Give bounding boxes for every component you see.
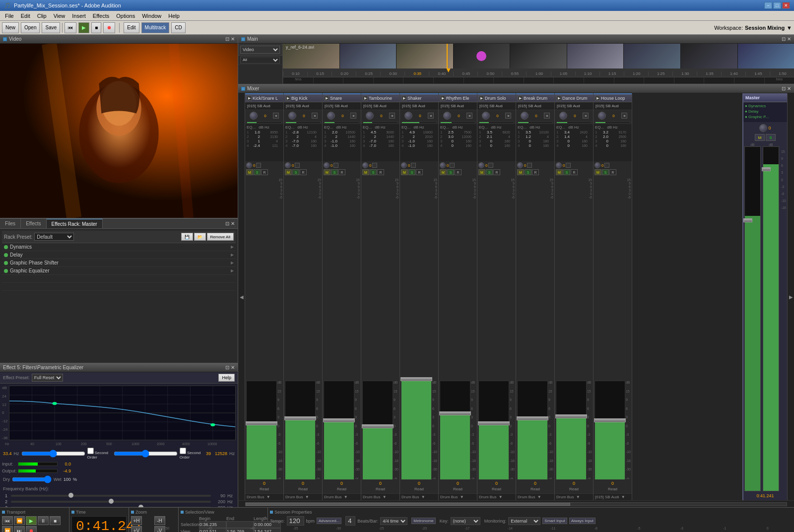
rack-preset-select[interactable]: Default xyxy=(34,233,74,241)
ch-m-btn-1[interactable]: M xyxy=(285,169,292,175)
ch-mute-7[interactable] xyxy=(527,163,532,168)
smart-input-btn[interactable]: Smart Input xyxy=(542,518,567,524)
master-fader-r-knob[interactable] xyxy=(762,167,771,171)
ch-fader-knob-6[interactable] xyxy=(478,421,510,425)
ch-collapse-0[interactable]: ▶ xyxy=(247,96,252,101)
track-filter-select[interactable]: All xyxy=(240,57,280,64)
ch-mute-8[interactable] xyxy=(566,163,571,168)
rack-item-graphic-phase[interactable]: Graphic Phase Shifter ▶ xyxy=(2,259,236,267)
ch-m-btn-3[interactable]: M xyxy=(362,169,369,175)
ch-r-btn-0[interactable]: R xyxy=(261,169,268,175)
ch-mute-1[interactable] xyxy=(295,163,300,168)
rack-item-graphic-eq[interactable]: Graphic Equalizer ▶ xyxy=(2,267,236,275)
advanced-btn[interactable]: Advanced... xyxy=(317,518,341,524)
ch-m-btn-5[interactable]: M xyxy=(440,169,447,175)
ch-s-btn-7[interactable]: S xyxy=(525,169,531,175)
ch-send-knob-3[interactable] xyxy=(362,162,368,168)
ch-send-knob-6[interactable] xyxy=(478,162,484,168)
close-button[interactable]: ✕ xyxy=(782,2,790,9)
multitrack-button[interactable]: Multitrack xyxy=(141,22,170,33)
mixer-scroll-right[interactable]: ▶ xyxy=(787,93,794,500)
ch-eq-toggle-8[interactable]: ≡ xyxy=(583,113,589,119)
ch-send-knob-2[interactable] xyxy=(324,162,330,168)
minimize-button[interactable]: − xyxy=(764,2,772,9)
t-record-btn[interactable]: ⏺ xyxy=(26,526,37,532)
band1-thumb[interactable] xyxy=(68,493,73,498)
zoom-in-h[interactable]: +H xyxy=(131,516,142,525)
video-panel-controls[interactable]: ⊡ ✕ xyxy=(225,36,235,42)
mixer-scroll-track[interactable] xyxy=(245,502,787,506)
ch-collapse-4[interactable]: ▶ xyxy=(401,96,406,101)
beats-input[interactable] xyxy=(345,516,355,526)
mixer-controls[interactable]: ⊡ ✕ xyxy=(782,86,791,91)
ch-knob-3[interactable] xyxy=(366,112,374,120)
ch-fader-track-8[interactable] xyxy=(556,381,587,480)
t-stop-btn[interactable]: ■ xyxy=(50,516,61,525)
ch-collapse-3[interactable]: ▶ xyxy=(363,96,368,101)
track-type-select[interactable]: Video xyxy=(240,46,280,54)
ch-mute-4[interactable] xyxy=(411,163,416,168)
ch-m-btn-8[interactable]: M xyxy=(556,169,563,175)
ch-s-btn-2[interactable]: S xyxy=(331,169,338,175)
t-forward-btn[interactable]: ⏩ xyxy=(2,526,13,532)
ch-send-knob-8[interactable] xyxy=(556,162,562,168)
ch-fader-track-0[interactable] xyxy=(246,381,277,480)
ch-s-btn-8[interactable]: S xyxy=(563,169,570,175)
ch-mute-9[interactable] xyxy=(604,163,609,168)
ch-collapse-9[interactable]: ▶ xyxy=(595,96,600,101)
ch-fader-knob-7[interactable] xyxy=(517,416,548,420)
ch-fader-track-7[interactable] xyxy=(517,381,548,480)
ch-knob-5[interactable] xyxy=(443,112,451,120)
ch-knob-9[interactable] xyxy=(598,112,606,120)
ch-eq-toggle-9[interactable]: ≡ xyxy=(621,113,627,119)
ch-fader-track-2[interactable] xyxy=(324,381,354,480)
master-graphic-p[interactable]: ● Graphic P... xyxy=(744,114,786,120)
ch-knob-7[interactable] xyxy=(521,112,529,120)
tab-files[interactable]: Files xyxy=(0,219,21,228)
rack-item-delay[interactable]: Delay ▶ xyxy=(2,251,236,259)
ch-fader-track-1[interactable] xyxy=(285,381,316,480)
ch-knob-1[interactable] xyxy=(288,112,296,120)
ch-fader-track-5[interactable] xyxy=(440,381,470,480)
ch-collapse-1[interactable]: ▶ xyxy=(285,96,290,101)
ch-send-knob-0[interactable] xyxy=(246,162,252,168)
new-button[interactable]: New xyxy=(2,22,19,33)
ch-s-btn-3[interactable]: S xyxy=(370,169,377,175)
ch-m-btn-4[interactable]: M xyxy=(401,169,408,175)
ch-r-btn-4[interactable]: R xyxy=(416,169,423,175)
master-fader-r-track[interactable] xyxy=(763,146,779,491)
ch-send-knob-1[interactable] xyxy=(285,162,291,168)
menu-item-insert[interactable]: Insert xyxy=(69,12,89,20)
ch-m-btn-7[interactable]: M xyxy=(517,169,524,175)
ch-eq-toggle-6[interactable]: ≡ xyxy=(505,113,511,119)
tempo-input[interactable] xyxy=(287,516,304,526)
ch-collapse-2[interactable]: ▶ xyxy=(324,96,329,101)
ch-fader-knob-8[interactable] xyxy=(555,414,587,418)
ch-knob-8[interactable] xyxy=(559,112,567,120)
ch-eq-toggle-4[interactable]: ≡ xyxy=(428,113,434,119)
master-s-btn[interactable]: S xyxy=(766,134,776,141)
ch-fader-knob-2[interactable] xyxy=(323,418,355,422)
dynamics-expand[interactable]: ▶ xyxy=(231,245,234,249)
master-knob[interactable] xyxy=(759,124,767,132)
ch-send-arrow-8[interactable]: ▼ xyxy=(576,495,580,499)
ch-knob-0[interactable] xyxy=(250,112,258,120)
ch-send-arrow-7[interactable]: ▼ xyxy=(537,495,541,499)
menu-item-effects[interactable]: Effects xyxy=(90,12,112,20)
band3-track[interactable] xyxy=(11,507,211,507)
graphic-eq-expand[interactable]: ▶ xyxy=(231,268,234,273)
eq-drywet-slider[interactable] xyxy=(12,475,52,483)
ch-collapse-7[interactable]: ▶ xyxy=(518,96,523,101)
ch-fader-knob-5[interactable] xyxy=(439,411,471,415)
maximize-button[interactable]: □ xyxy=(773,2,781,9)
ch-send-arrow-6[interactable]: ▼ xyxy=(499,495,503,499)
ch-collapse-5[interactable]: ▶ xyxy=(440,96,445,101)
eq-second-order-high[interactable] xyxy=(180,448,186,454)
ch-eq-toggle-2[interactable]: ≡ xyxy=(350,113,356,119)
ch-send-knob-5[interactable] xyxy=(440,162,446,168)
master-fader-l-knob[interactable] xyxy=(743,218,752,222)
ch-r-btn-1[interactable]: R xyxy=(300,169,307,175)
ch-m-btn-0[interactable]: M xyxy=(246,169,253,175)
ch-knob-6[interactable] xyxy=(482,112,490,120)
menu-item-view[interactable]: View xyxy=(51,12,68,20)
